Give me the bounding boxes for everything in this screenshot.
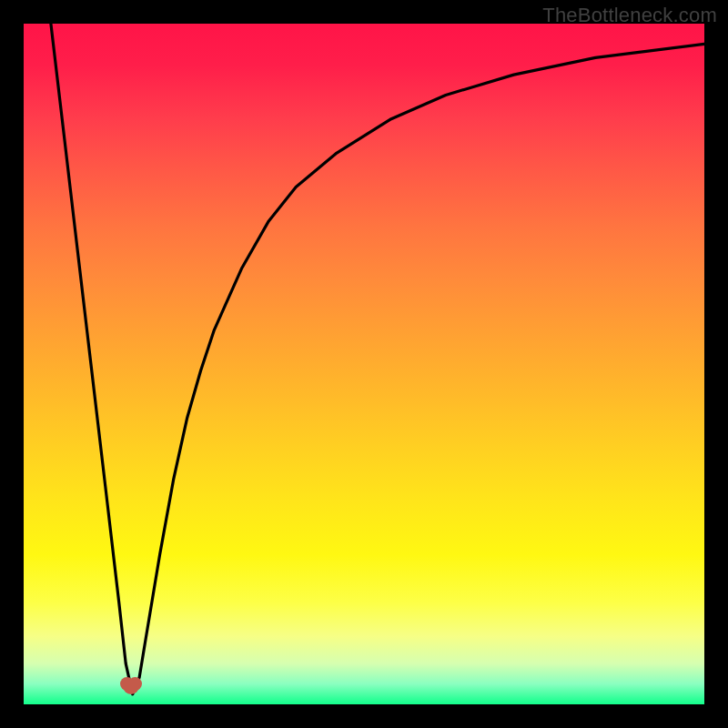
watermark-text: TheBottleneck.com	[542, 4, 717, 27]
heart-icon	[118, 674, 144, 696]
curve-layer	[24, 24, 704, 704]
chart-frame: TheBottleneck.com	[0, 0, 728, 728]
plot-area	[24, 24, 704, 704]
bottleneck-curve	[51, 24, 704, 694]
